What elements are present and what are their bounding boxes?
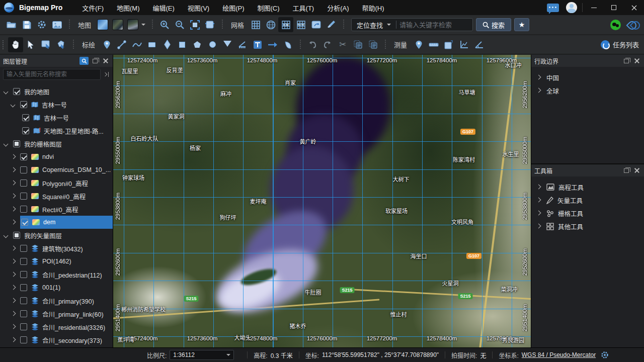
chevron-right-icon[interactable] <box>11 299 15 303</box>
plot-sector-icon[interactable] <box>280 37 295 52</box>
tree-row-copernicus[interactable]: Copernicus_DSM_10_... <box>0 163 113 176</box>
user-avatar[interactable] <box>566 2 577 13</box>
plot-pentagon-icon[interactable] <box>190 37 205 52</box>
toolbox-panel-float-icon[interactable] <box>622 166 630 174</box>
chevron-right-icon[interactable] <box>536 88 540 93</box>
plot-polyline-icon[interactable] <box>114 37 129 52</box>
select-by-polygon-icon[interactable] <box>53 37 68 52</box>
admin-item-global[interactable]: 全球 <box>531 84 644 97</box>
chevron-right-icon[interactable] <box>11 273 15 277</box>
task-list-button[interactable]: 任务列表 <box>601 40 639 49</box>
grid-toggle-icon[interactable] <box>248 17 263 32</box>
chevron-right-icon[interactable] <box>536 224 540 228</box>
chevron-down-icon[interactable] <box>4 89 8 94</box>
checkbox[interactable] <box>20 271 27 278</box>
tree-row-dem-selected[interactable]: dem <box>0 216 113 229</box>
tree-row-square-elev[interactable]: Square#0_高程 <box>0 190 113 203</box>
layer-search-icon[interactable] <box>79 57 89 65</box>
checkbox[interactable] <box>20 193 27 200</box>
chevron-right-icon[interactable] <box>11 325 15 329</box>
checkbox[interactable] <box>22 114 29 121</box>
checkbox[interactable] <box>20 310 27 317</box>
tree-row-tianditu[interactable]: ! 天地图-卫星地图-路... <box>0 124 113 137</box>
checkbox[interactable] <box>13 88 20 95</box>
chevron-right-icon[interactable] <box>536 198 540 202</box>
tree-row-my-maps[interactable]: 我的地图 <box>0 85 113 98</box>
toolbox-item-elevation[interactable]: 高程工具 <box>531 180 644 194</box>
measure-area-icon[interactable] <box>441 37 456 52</box>
checkbox[interactable] <box>21 219 28 226</box>
plot-triangle-icon[interactable] <box>220 37 235 52</box>
admin-item-china[interactable]: 中国 <box>531 71 644 84</box>
import-folder-button[interactable] <box>308 17 324 32</box>
elevation-profile-icon[interactable] <box>456 37 471 52</box>
chevron-down-icon[interactable] <box>4 233 8 237</box>
crs-link[interactable]: WGS 84 / Pseudo-Mercator <box>522 351 596 358</box>
toolbar-drag-handle[interactable] <box>3 40 6 49</box>
collapse-search-icon[interactable] <box>103 71 110 78</box>
tree-row-poi[interactable]: POI(1462) <box>0 255 113 268</box>
chevron-right-icon[interactable] <box>536 75 540 79</box>
tree-row-001[interactable]: 001(1) <box>0 281 113 294</box>
select-cursor-icon[interactable] <box>23 37 38 52</box>
tree-row-primary-link[interactable]: 合川_primary_link(60) <box>0 307 113 320</box>
checkbox[interactable] <box>20 153 27 160</box>
chevron-right-icon[interactable] <box>11 194 15 198</box>
close-button[interactable] <box>624 0 644 15</box>
checkbox[interactable] <box>20 245 27 252</box>
qq-icon[interactable] <box>628 20 639 30</box>
chevron-right-icon[interactable] <box>11 207 15 211</box>
settings-gear-icon[interactable] <box>34 17 49 32</box>
nw-grid-icon[interactable]: N+W <box>293 17 308 32</box>
minimize-button[interactable] <box>584 0 604 15</box>
checkbox[interactable] <box>20 323 27 330</box>
open-file-button[interactable] <box>4 17 19 32</box>
basemap-thumbnail-1[interactable] <box>97 19 108 30</box>
plot-point-icon[interactable] <box>99 37 114 52</box>
checkbox[interactable] <box>20 297 27 304</box>
admin-panel-close-icon[interactable] <box>633 57 641 65</box>
favorite-star-button[interactable]: ★ <box>514 18 529 31</box>
layer-search-input[interactable] <box>3 69 101 80</box>
basemap-thumbnail-3[interactable] <box>127 19 138 30</box>
menu-draw[interactable]: 绘图(P) <box>216 1 251 15</box>
menu-view[interactable]: 视图(V) <box>181 1 216 15</box>
plot-circle-icon[interactable] <box>205 37 220 52</box>
tree-row-rect-elev[interactable]: Rect#0_高程 <box>0 203 113 216</box>
tree-row-secondary[interactable]: 合川_secondary(373) <box>0 333 113 346</box>
tree-row-ndvi[interactable]: ndvi <box>0 150 113 163</box>
chevron-right-icon[interactable] <box>11 338 15 342</box>
wechat-icon[interactable] <box>610 20 621 30</box>
measure-distance-icon[interactable] <box>426 37 441 52</box>
zoom-in-icon[interactable] <box>157 17 172 32</box>
menu-tools[interactable]: 工具(T) <box>286 1 321 15</box>
menu-edit[interactable]: 编辑(E) <box>146 1 181 15</box>
tree-row-buildings[interactable]: 建筑物(30432) <box>0 242 113 255</box>
chevron-right-icon[interactable] <box>11 168 15 172</box>
pan-hand-icon[interactable] <box>8 37 23 52</box>
menu-cartography[interactable]: 制图(C) <box>251 1 286 15</box>
toolbox-item-other[interactable]: 其他工具 <box>531 220 644 233</box>
tree-row-primary[interactable]: 合川_primary(390) <box>0 294 113 307</box>
plot-slope-icon[interactable] <box>235 37 250 52</box>
toolbox-item-raster[interactable]: 栅格工具 <box>531 207 644 220</box>
chevron-down-icon[interactable] <box>11 103 15 107</box>
plot-curve-icon[interactable] <box>129 37 144 52</box>
chevron-right-icon[interactable] <box>11 220 15 224</box>
checkbox[interactable] <box>22 127 29 134</box>
basemap-thumbnail-2[interactable] <box>112 19 123 30</box>
maximize-button[interactable] <box>604 0 624 15</box>
tree-row-polygon-elev[interactable]: Polygon#0_高程 <box>0 176 113 190</box>
admin-panel-float-icon[interactable] <box>622 57 630 65</box>
measure-angle-icon[interactable] <box>471 37 487 52</box>
crs-settings-gear-icon[interactable] <box>601 351 609 359</box>
menu-help[interactable]: 帮助(H) <box>356 1 391 15</box>
checkbox[interactable] <box>20 179 27 187</box>
copy-icon[interactable] <box>350 37 365 52</box>
chevron-right-icon[interactable] <box>11 155 15 159</box>
image-export-button[interactable] <box>49 17 64 32</box>
plot-rectangle-icon[interactable] <box>144 37 159 52</box>
plot-square-icon[interactable] <box>175 37 190 52</box>
save-button[interactable] <box>19 17 34 32</box>
menu-file[interactable]: 文件(F) <box>75 1 110 15</box>
